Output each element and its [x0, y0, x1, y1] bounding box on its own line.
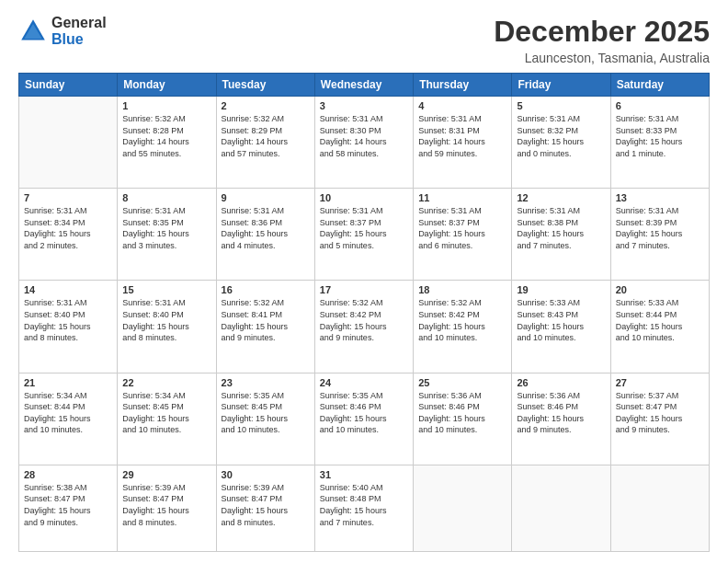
day-info: Sunrise: 5:31 AM Sunset: 8:38 PM Dayligh…: [517, 205, 605, 251]
day-info: Sunrise: 5:39 AM Sunset: 8:47 PM Dayligh…: [122, 482, 210, 528]
table-row: 8Sunrise: 5:31 AM Sunset: 8:35 PM Daylig…: [118, 189, 216, 281]
day-number: 23: [222, 377, 310, 388]
day-info: Sunrise: 5:33 AM Sunset: 8:43 PM Dayligh…: [517, 297, 605, 343]
day-number: 17: [320, 284, 408, 295]
day-info: Sunrise: 5:32 AM Sunset: 8:41 PM Dayligh…: [222, 297, 310, 343]
calendar-page: General Blue December 2025 Launceston, T…: [0, 0, 728, 563]
day-info: Sunrise: 5:40 AM Sunset: 8:48 PM Dayligh…: [320, 482, 408, 528]
day-number: 31: [320, 469, 408, 480]
day-info: Sunrise: 5:31 AM Sunset: 8:33 PM Dayligh…: [616, 113, 704, 159]
table-row: 28Sunrise: 5:38 AM Sunset: 8:47 PM Dayli…: [19, 465, 118, 551]
table-row: 20Sunrise: 5:33 AM Sunset: 8:44 PM Dayli…: [610, 281, 709, 373]
day-number: 24: [320, 377, 408, 388]
month-title: December 2025: [494, 15, 710, 49]
day-number: 22: [122, 377, 210, 388]
day-number: 13: [616, 192, 704, 203]
day-number: 3: [320, 100, 408, 111]
day-number: 16: [222, 284, 310, 295]
day-number: 1: [122, 100, 210, 111]
table-row: 15Sunrise: 5:31 AM Sunset: 8:40 PM Dayli…: [118, 281, 216, 373]
day-info: Sunrise: 5:32 AM Sunset: 8:42 PM Dayligh…: [320, 297, 408, 343]
day-info: Sunrise: 5:31 AM Sunset: 8:40 PM Dayligh…: [122, 297, 210, 343]
table-row: 3Sunrise: 5:31 AM Sunset: 8:30 PM Daylig…: [314, 97, 413, 189]
table-row: 25Sunrise: 5:36 AM Sunset: 8:46 PM Dayli…: [414, 373, 512, 465]
table-row: 27Sunrise: 5:37 AM Sunset: 8:47 PM Dayli…: [610, 373, 709, 465]
day-number: 26: [517, 377, 605, 388]
col-tuesday: Tuesday: [216, 74, 314, 97]
table-row: 10Sunrise: 5:31 AM Sunset: 8:37 PM Dayli…: [314, 189, 413, 281]
day-number: 27: [616, 377, 704, 388]
col-sunday: Sunday: [19, 74, 118, 97]
day-info: Sunrise: 5:31 AM Sunset: 8:32 PM Dayligh…: [517, 113, 605, 159]
day-number: 4: [418, 100, 506, 111]
day-info: Sunrise: 5:32 AM Sunset: 8:42 PM Dayligh…: [418, 297, 506, 343]
day-number: 14: [24, 284, 112, 295]
day-info: Sunrise: 5:32 AM Sunset: 8:28 PM Dayligh…: [122, 113, 210, 159]
day-info: Sunrise: 5:31 AM Sunset: 8:37 PM Dayligh…: [418, 205, 506, 251]
day-info: Sunrise: 5:36 AM Sunset: 8:46 PM Dayligh…: [517, 390, 605, 436]
day-number: 10: [320, 192, 408, 203]
day-number: 12: [517, 192, 605, 203]
table-row: 16Sunrise: 5:32 AM Sunset: 8:41 PM Dayli…: [216, 281, 314, 373]
table-row: 31Sunrise: 5:40 AM Sunset: 8:48 PM Dayli…: [314, 465, 413, 551]
day-info: Sunrise: 5:35 AM Sunset: 8:45 PM Dayligh…: [222, 390, 310, 436]
table-row: [512, 465, 610, 551]
day-number: 28: [24, 469, 112, 480]
table-row: 5Sunrise: 5:31 AM Sunset: 8:32 PM Daylig…: [512, 97, 610, 189]
table-row: 22Sunrise: 5:34 AM Sunset: 8:45 PM Dayli…: [118, 373, 216, 465]
day-info: Sunrise: 5:31 AM Sunset: 8:37 PM Dayligh…: [320, 205, 408, 251]
day-info: Sunrise: 5:37 AM Sunset: 8:47 PM Dayligh…: [616, 390, 704, 436]
day-info: Sunrise: 5:36 AM Sunset: 8:46 PM Dayligh…: [418, 390, 506, 436]
col-thursday: Thursday: [414, 74, 512, 97]
day-info: Sunrise: 5:39 AM Sunset: 8:47 PM Dayligh…: [222, 482, 310, 528]
day-info: Sunrise: 5:32 AM Sunset: 8:29 PM Dayligh…: [222, 113, 310, 159]
logo-icon: [18, 17, 48, 46]
day-number: 7: [24, 192, 112, 203]
day-number: 19: [517, 284, 605, 295]
day-number: 29: [122, 469, 210, 480]
col-friday: Friday: [512, 74, 610, 97]
logo: General Blue: [18, 15, 107, 47]
day-info: Sunrise: 5:34 AM Sunset: 8:44 PM Dayligh…: [24, 390, 112, 436]
table-row: 4Sunrise: 5:31 AM Sunset: 8:31 PM Daylig…: [414, 97, 512, 189]
day-info: Sunrise: 5:31 AM Sunset: 8:39 PM Dayligh…: [616, 205, 704, 251]
header: General Blue December 2025 Launceston, T…: [18, 15, 710, 65]
day-number: 11: [418, 192, 506, 203]
table-row: 19Sunrise: 5:33 AM Sunset: 8:43 PM Dayli…: [512, 281, 610, 373]
table-row: 26Sunrise: 5:36 AM Sunset: 8:46 PM Dayli…: [512, 373, 610, 465]
day-info: Sunrise: 5:31 AM Sunset: 8:35 PM Dayligh…: [122, 205, 210, 251]
header-row: Sunday Monday Tuesday Wednesday Thursday…: [19, 74, 710, 97]
day-number: 25: [418, 377, 506, 388]
table-row: 18Sunrise: 5:32 AM Sunset: 8:42 PM Dayli…: [414, 281, 512, 373]
logo-text: General Blue: [51, 15, 107, 47]
day-info: Sunrise: 5:31 AM Sunset: 8:31 PM Dayligh…: [418, 113, 506, 159]
day-number: 5: [517, 100, 605, 111]
col-wednesday: Wednesday: [314, 74, 413, 97]
day-info: Sunrise: 5:31 AM Sunset: 8:40 PM Dayligh…: [24, 297, 112, 343]
day-info: Sunrise: 5:35 AM Sunset: 8:46 PM Dayligh…: [320, 390, 408, 436]
table-row: [610, 465, 709, 551]
table-row: 23Sunrise: 5:35 AM Sunset: 8:45 PM Dayli…: [216, 373, 314, 465]
table-row: 11Sunrise: 5:31 AM Sunset: 8:37 PM Dayli…: [414, 189, 512, 281]
calendar-table: Sunday Monday Tuesday Wednesday Thursday…: [18, 73, 710, 552]
table-row: 2Sunrise: 5:32 AM Sunset: 8:29 PM Daylig…: [216, 97, 314, 189]
location-title: Launceston, Tasmania, Australia: [494, 51, 710, 65]
table-row: 14Sunrise: 5:31 AM Sunset: 8:40 PM Dayli…: [19, 281, 118, 373]
day-info: Sunrise: 5:38 AM Sunset: 8:47 PM Dayligh…: [24, 482, 112, 528]
table-row: 21Sunrise: 5:34 AM Sunset: 8:44 PM Dayli…: [19, 373, 118, 465]
table-row: 17Sunrise: 5:32 AM Sunset: 8:42 PM Dayli…: [314, 281, 413, 373]
day-number: 2: [222, 100, 310, 111]
logo-blue-text: Blue: [51, 31, 107, 48]
table-row: 12Sunrise: 5:31 AM Sunset: 8:38 PM Dayli…: [512, 189, 610, 281]
title-section: December 2025 Launceston, Tasmania, Aust…: [494, 15, 710, 65]
table-row: 29Sunrise: 5:39 AM Sunset: 8:47 PM Dayli…: [118, 465, 216, 551]
table-row: 1Sunrise: 5:32 AM Sunset: 8:28 PM Daylig…: [118, 97, 216, 189]
table-row: 13Sunrise: 5:31 AM Sunset: 8:39 PM Dayli…: [610, 189, 709, 281]
table-row: [414, 465, 512, 551]
day-number: 6: [616, 100, 704, 111]
table-row: 7Sunrise: 5:31 AM Sunset: 8:34 PM Daylig…: [19, 189, 118, 281]
table-row: 9Sunrise: 5:31 AM Sunset: 8:36 PM Daylig…: [216, 189, 314, 281]
table-row: [19, 97, 118, 189]
day-info: Sunrise: 5:31 AM Sunset: 8:30 PM Dayligh…: [320, 113, 408, 159]
day-info: Sunrise: 5:31 AM Sunset: 8:34 PM Dayligh…: [24, 205, 112, 251]
